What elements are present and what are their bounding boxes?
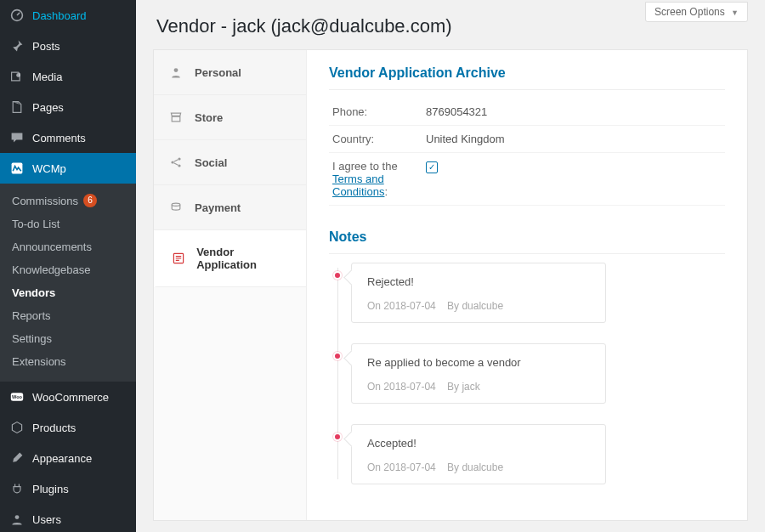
money-icon [167,201,184,214]
sidebar-item-posts[interactable]: Posts [0,31,136,61]
sidebar-item-label: Products [32,422,76,434]
timeline-dot-icon [333,271,342,280]
submenu-announcements[interactable]: Announcements [0,235,136,258]
terms-value: ✓ [422,153,725,206]
archive-table: Phone: 8769054321 Country: United Kingdo… [329,99,725,206]
dashboard-icon [8,7,26,24]
submenu-knowledgebase[interactable]: Knowledgebase [0,258,136,281]
note-bubble: Accepted! On 2018-07-04 By dualcube [351,424,606,484]
wcmp-icon [8,160,26,177]
sidebar-item-label: Plugins [32,483,69,495]
submenu-commissions[interactable]: Commissions 6 [0,189,136,212]
note-date: On 2018-07-04 [367,461,436,473]
comment-icon [8,129,26,146]
notes-title: Notes [329,229,725,254]
submenu-label: Vendors [12,286,55,299]
timeline-dot-icon [333,433,342,441]
store-icon [167,110,184,124]
sidebar-item-appearance[interactable]: Appearance [0,443,136,473]
svg-point-1 [16,73,20,77]
admin-sidebar: Dashboard Posts Media Pages Comments WCM… [0,0,136,532]
note-message: Rejected! [367,275,590,288]
note-bubble: Rejected! On 2018-07-04 By dualcube [351,263,606,323]
chevron-down-icon: ▼ [731,8,739,17]
timeline-dot-icon [333,352,342,360]
sidebar-item-woocommerce[interactable]: Woo WooCommerce [0,382,136,412]
form-icon [170,252,186,265]
sidebar-item-label: WCMp [32,162,66,175]
svg-point-6 [174,68,178,72]
sidebar-item-label: Pages [32,101,64,114]
submenu-extensions[interactable]: Extensions [0,350,136,373]
sidebar-item-comments[interactable]: Comments [0,122,136,153]
svg-point-10 [172,203,180,206]
note-meta: On 2018-07-04 By dualcube [367,461,590,473]
terms-link[interactable]: Terms and Conditions [332,173,384,198]
screen-options-label: Screen Options [654,6,725,18]
submenu-label: To-do List [12,218,60,230]
submenu-label: Announcements [12,241,92,253]
svg-rect-2 [12,163,23,174]
tab-payment[interactable]: Payment [154,185,306,230]
svg-point-9 [178,164,180,167]
note-bubble: Re applied to become a vendor On 2018-07… [351,343,606,404]
submenu-reports[interactable]: Reports [0,304,136,327]
note-author: By dualcube [447,461,503,473]
tab-social[interactable]: Social [154,140,306,185]
checkbox-checked-icon[interactable]: ✓ [426,161,438,173]
note-date: On 2018-07-04 [367,300,436,312]
page-icon [8,99,26,116]
note-message: Accepted! [367,437,590,450]
tab-vendor-application[interactable]: Vendor Application [154,230,306,287]
tab-label: Vendor Application [196,246,292,271]
submenu-todo[interactable]: To-do List [0,212,136,235]
phone-value: 8769054321 [422,99,725,126]
media-icon [8,68,26,85]
sidebar-item-pages[interactable]: Pages [0,92,136,122]
sidebar-item-label: Dashboard [32,9,87,22]
svg-point-7 [171,161,173,163]
plug-icon [8,480,26,497]
tab-label: Social [195,156,227,169]
submenu-label: Knowledgebase [12,263,91,276]
main-content: Screen Options ▼ Vendor - jack (jack@dua… [136,0,765,532]
tab-personal[interactable]: Personal [154,50,306,95]
tab-content: Vendor Application Archive Phone: 876905… [307,50,747,520]
commissions-badge: 6 [83,194,97,207]
submenu-settings[interactable]: Settings [0,327,136,350]
share-icon [167,156,184,169]
sidebar-item-wcmp[interactable]: WCMp [0,153,136,184]
note-date: On 2018-07-04 [367,381,436,393]
vendor-panel: Personal Store Social Payment [153,49,748,521]
note-item: Rejected! On 2018-07-04 By dualcube [351,263,725,323]
sidebar-item-label: Users [32,513,61,526]
row-terms: I agree to the Terms and Conditions: ✓ [329,153,725,206]
submenu-vendors[interactable]: Vendors [0,281,136,304]
sidebar-item-plugins[interactable]: Plugins [0,473,136,504]
svg-point-5 [15,515,20,519]
sidebar-item-products[interactable]: Products [0,412,136,443]
row-phone: Phone: 8769054321 [329,99,725,126]
sidebar-item-users[interactable]: Users [0,504,136,532]
note-message: Re applied to become a vendor [367,356,590,369]
notes-timeline: Rejected! On 2018-07-04 By dualcube Re a… [334,263,725,484]
submenu-label: Commissions [12,195,78,207]
sidebar-item-label: WooCommerce [32,391,109,404]
sidebar-item-dashboard[interactable]: Dashboard [0,0,136,31]
tab-label: Store [195,111,223,124]
person-icon [167,65,184,79]
brush-icon [8,450,26,467]
note-author: By dualcube [447,300,503,312]
pin-icon [8,37,26,54]
sidebar-item-media[interactable]: Media [0,61,136,92]
terms-label: I agree to the Terms and Conditions: [329,153,422,206]
svg-text:Woo: Woo [12,394,23,399]
screen-options-button[interactable]: Screen Options ▼ [645,2,748,22]
submenu-label: Reports [12,309,51,322]
products-icon [8,419,26,436]
sidebar-item-label: Appearance [32,452,92,465]
sidebar-item-label: Posts [32,40,60,53]
country-value: United Kingdom [422,126,725,153]
user-icon [8,511,26,528]
tab-store[interactable]: Store [154,95,306,140]
